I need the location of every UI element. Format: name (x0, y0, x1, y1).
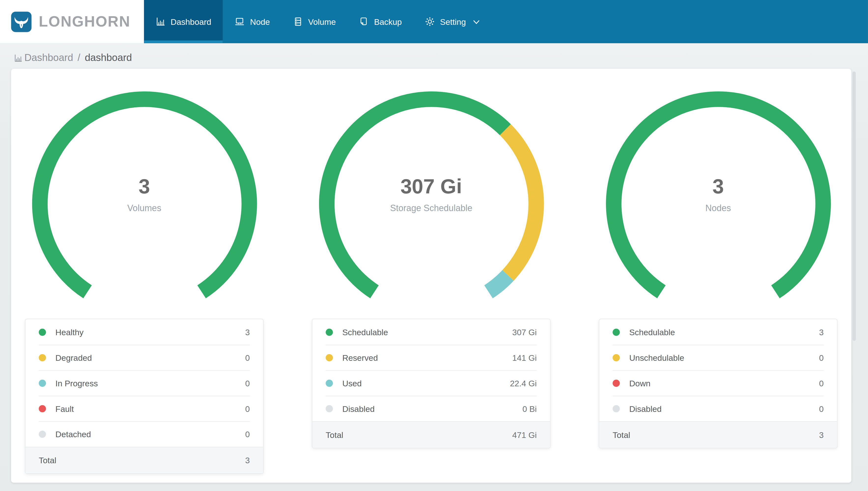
top-navbar: LONGHORN Dashboard Node (0, 0, 868, 43)
legend-value: 307 Gi (513, 327, 537, 337)
legend-label: Disabled (629, 404, 819, 413)
legend-value: 0 (245, 429, 250, 439)
gauge-ring-nodes: 3Nodes (605, 90, 832, 318)
legend-total-label: Total (613, 430, 819, 439)
nav-item-backup[interactable]: Backup (347, 0, 413, 43)
legend-value: 0 (819, 404, 824, 413)
gauge-panel-storage-schedulable: 307 GiStorage SchedulableSchedulable307 … (312, 69, 551, 474)
legend-value: 0 Bi (522, 404, 537, 413)
legend-row-degraded: Degraded0 (26, 345, 263, 370)
legend-dot (39, 328, 46, 336)
gauge-ring-storage-schedulable: 307 GiStorage Schedulable (317, 90, 545, 318)
legend-label: Down (629, 378, 819, 387)
legend-label: Disabled (342, 404, 522, 413)
gauges-row: 3VolumesHealthy3Degraded0In Progress0Fau… (11, 69, 851, 474)
legend-total-value: 3 (245, 456, 250, 465)
gear-icon (425, 17, 435, 27)
legend-dot (39, 379, 46, 386)
legend-value: 141 Gi (513, 353, 537, 362)
legend-row-disabled: Disabled0 (599, 396, 837, 421)
bar-chart-icon (156, 17, 166, 27)
file-copy-icon (359, 17, 369, 27)
breadcrumb-current-page: dashboard (85, 52, 132, 63)
legend-row-detached: Detached0 (26, 421, 263, 447)
main-nav: Dashboard Node Volume (144, 0, 491, 43)
chevron-down-icon (473, 20, 480, 24)
legend-value: 0 (245, 378, 250, 387)
legend-total-row: Total471 Gi (312, 421, 550, 448)
legend-row-unschedulable: Unschedulable0 (599, 345, 837, 370)
legend-value: 3 (819, 327, 824, 337)
nav-label: Volume (308, 17, 336, 26)
donut-gauge (605, 90, 832, 318)
nav-label: Setting (440, 17, 466, 26)
server-icon (293, 17, 303, 27)
legend-dot (613, 328, 620, 336)
legend-row-healthy: Healthy3 (26, 319, 263, 345)
breadcrumb-dashboard-link[interactable]: Dashboard (24, 52, 73, 63)
nav-item-node[interactable]: Node (223, 0, 281, 43)
legend-dot (39, 354, 46, 361)
legend-value: 22.4 Gi (510, 378, 537, 387)
legend-label: Detached (56, 429, 245, 439)
scrollbar-thumb[interactable] (852, 71, 856, 341)
legend-row-schedulable: Schedulable307 Gi (312, 319, 550, 345)
legend-row-fault: Fault0 (26, 396, 263, 421)
legend-value: 0 (245, 353, 250, 362)
nav-label: Backup (374, 17, 402, 26)
breadcrumb: Dashboard / dashboard (0, 43, 868, 72)
nav-item-setting[interactable]: Setting (413, 0, 491, 43)
legend-value: 0 (245, 404, 250, 413)
legend-card-nodes: Schedulable3Unschedulable0Down0Disabled0… (599, 319, 838, 449)
longhorn-bull-icon (11, 11, 31, 32)
gauge-segment-used (488, 276, 508, 292)
legend-label: Unschedulable (629, 353, 819, 362)
legend-row-reserved: Reserved141 Gi (312, 345, 550, 370)
legend-dot (326, 328, 333, 336)
legend-total-label: Total (39, 456, 245, 465)
gauge-panel-nodes: 3NodesSchedulable3Unschedulable0Down0Dis… (599, 69, 838, 474)
legend-label: Schedulable (342, 327, 513, 337)
gauge-segment-healthy (39, 99, 249, 292)
legend-dot (39, 405, 46, 412)
legend-dot (613, 379, 620, 386)
nav-label: Dashboard (171, 17, 212, 26)
legend-row-schedulable: Schedulable3 (599, 319, 837, 345)
logo-link[interactable]: LONGHORN (0, 0, 144, 43)
nav-item-dashboard[interactable]: Dashboard (144, 0, 223, 43)
legend-total-row: Total3 (599, 421, 837, 448)
legend-row-disabled: Disabled0 Bi (312, 396, 550, 421)
legend-label: Used (342, 378, 510, 387)
legend-total-value: 3 (819, 430, 824, 439)
donut-gauge (31, 90, 258, 318)
nav-label: Node (250, 17, 270, 26)
legend-card-storage-schedulable: Schedulable307 GiReserved141 GiUsed22.4 … (312, 319, 551, 449)
page: LONGHORN Dashboard Node (0, 0, 868, 491)
gauge-panel-volumes: 3VolumesHealthy3Degraded0In Progress0Fau… (25, 69, 264, 474)
legend-dot (613, 354, 620, 361)
legend-row-down: Down0 (599, 370, 837, 396)
legend-dot (326, 379, 333, 386)
nav-item-volume[interactable]: Volume (281, 0, 347, 43)
legend-label: Reserved (342, 353, 513, 362)
gauge-segment-schedulable (614, 99, 823, 292)
gauge-segment-schedulable (327, 99, 505, 292)
legend-card-volumes: Healthy3Degraded0In Progress0Fault0Detac… (25, 319, 264, 474)
legend-label: Fault (56, 404, 245, 413)
legend-total-label: Total (326, 430, 513, 439)
legend-label: In Progress (56, 378, 245, 387)
legend-label: Schedulable (629, 327, 819, 337)
bar-chart-icon (14, 54, 23, 63)
legend-total-row: Total3 (26, 447, 263, 473)
legend-row-used: Used22.4 Gi (312, 370, 550, 396)
legend-value: 0 (819, 353, 824, 362)
legend-label: Degraded (56, 353, 245, 362)
logo-wordmark: LONGHORN (39, 13, 130, 30)
gauge-segment-reserved (505, 130, 536, 276)
legend-value: 0 (819, 378, 824, 387)
legend-row-in-progress: In Progress0 (26, 370, 263, 396)
legend-label: Healthy (56, 327, 245, 337)
dashboard-card: 3VolumesHealthy3Degraded0In Progress0Fau… (11, 69, 851, 483)
gauge-ring-volumes: 3Volumes (31, 90, 258, 318)
donut-gauge (317, 90, 545, 318)
